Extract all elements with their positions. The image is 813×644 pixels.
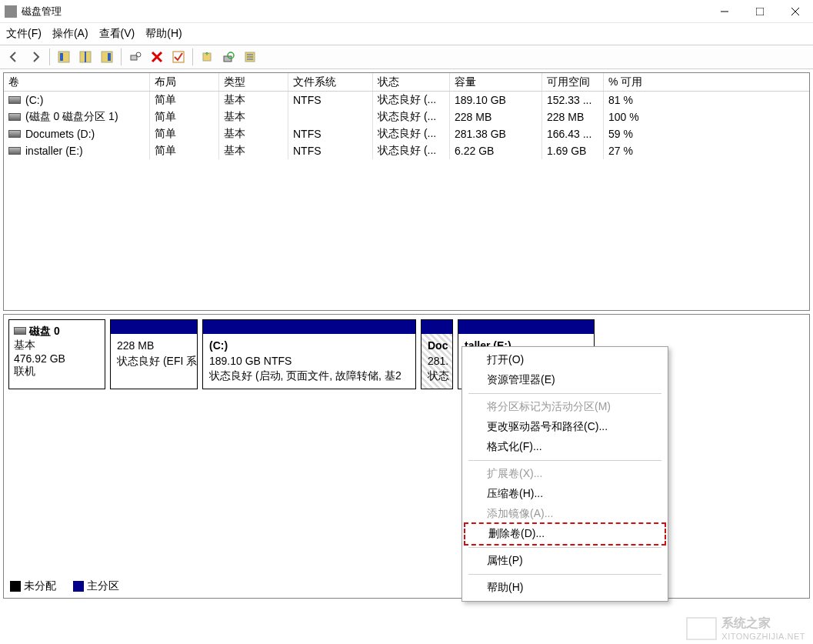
volume-type: 基本 xyxy=(219,92,288,108)
ctx-mirror: 添加镜像(A)... xyxy=(464,504,666,524)
partition-name: Doc xyxy=(428,339,446,354)
ctx-delete-volume[interactable]: 删除卷(D)... xyxy=(464,522,666,546)
col-pct[interactable]: % 可用 xyxy=(604,73,681,91)
menu-help[interactable]: 帮助(H) xyxy=(145,27,182,41)
legend: 未分配 主分区 xyxy=(10,579,119,593)
partition-status: 状态良好 (EFI 系 xyxy=(117,354,191,369)
disk-map-panel: 磁盘 0 基本 476.92 GB 联机 228 MB状态良好 (EFI 系(C… xyxy=(3,314,810,599)
volume-capacity: 189.10 GB xyxy=(450,92,542,108)
volume-pct: 27 % xyxy=(604,142,681,159)
close-button[interactable] xyxy=(778,0,813,23)
rescan-icon[interactable] xyxy=(219,48,238,66)
forward-icon[interactable] xyxy=(26,48,45,66)
ctx-help[interactable]: 帮助(H) xyxy=(464,578,666,598)
watermark: 系统之家 XITONGZHIJIA.NET xyxy=(686,616,805,641)
menu-view[interactable]: 查看(V) xyxy=(99,27,135,41)
disk-size: 476.92 GB xyxy=(14,352,100,365)
volume-fs xyxy=(288,108,373,125)
volume-name: (C:) xyxy=(25,94,43,106)
ctx-shrink[interactable]: 压缩卷(H)... xyxy=(464,484,666,504)
col-free[interactable]: 可用空间 xyxy=(542,73,604,91)
ctx-mark-active: 将分区标记为活动分区(M) xyxy=(464,397,666,417)
svg-rect-9 xyxy=(108,53,111,61)
svg-point-11 xyxy=(136,52,141,57)
volume-list-panel: 卷 布局 类型 文件系统 状态 容量 可用空间 % 可用 (C:)简单基本NTF… xyxy=(3,72,810,311)
volume-fs: NTFS xyxy=(288,92,373,108)
col-vol[interactable]: 卷 xyxy=(4,73,150,91)
title-bar: 磁盘管理 xyxy=(0,0,813,23)
layout3-icon[interactable] xyxy=(98,48,116,66)
ctx-extend: 扩展卷(X)... xyxy=(464,464,666,484)
volume-row[interactable]: Documets (D:)简单基本NTFS状态良好 (...281.38 GB1… xyxy=(4,125,809,142)
volume-icon xyxy=(8,96,21,104)
svg-rect-1 xyxy=(756,8,764,15)
maximize-button[interactable] xyxy=(742,0,778,23)
disk-name: 磁盘 0 xyxy=(29,325,60,337)
disk-label[interactable]: 磁盘 0 基本 476.92 GB 联机 xyxy=(8,319,105,389)
volume-row[interactable]: installer (E:)简单基本NTFS状态良好 (...6.22 GB1.… xyxy=(4,142,809,159)
volume-icon xyxy=(8,130,21,138)
ctx-open[interactable]: 打开(O) xyxy=(464,350,666,370)
volume-row[interactable]: (磁盘 0 磁盘分区 1)简单基本状态良好 (...228 MB228 MB10… xyxy=(4,108,809,125)
partition[interactable]: 228 MB状态良好 (EFI 系 xyxy=(110,319,198,389)
partition[interactable]: Doc281.状态 xyxy=(421,319,453,389)
col-layout[interactable]: 布局 xyxy=(150,73,219,91)
refresh-icon[interactable] xyxy=(198,48,216,66)
volume-status: 状态良好 (... xyxy=(373,125,450,142)
ctx-format[interactable]: 格式化(F)... xyxy=(464,437,666,457)
volume-name: (磁盘 0 磁盘分区 1) xyxy=(25,110,118,124)
volume-row[interactable]: (C:)简单基本NTFS状态良好 (...189.10 GB152.33 ...… xyxy=(4,92,809,108)
volume-icon xyxy=(8,113,21,121)
legend-primary: 主分区 xyxy=(87,579,119,592)
col-capacity[interactable]: 容量 xyxy=(450,73,542,91)
partition-size: 189.10 GB NTFS xyxy=(209,354,409,369)
volume-name: installer (E:) xyxy=(25,145,83,157)
volume-free: 228 MB xyxy=(542,108,604,125)
volume-layout: 简单 xyxy=(150,142,219,159)
menu-action[interactable]: 操作(A) xyxy=(52,27,88,41)
app-icon xyxy=(5,5,17,18)
ctx-change-letter[interactable]: 更改驱动器号和路径(C)... xyxy=(464,417,666,437)
volume-pct: 81 % xyxy=(604,92,681,108)
partition-status: 状态良好 (启动, 页面文件, 故障转储, 基2 xyxy=(209,369,409,384)
watermark-site: XITONGZHIJIA.NET xyxy=(721,632,805,641)
disk-kind: 基本 xyxy=(14,339,100,352)
toolbar xyxy=(0,45,813,69)
partition-size: 228 MB xyxy=(117,339,191,354)
delete-icon[interactable] xyxy=(148,48,166,66)
disk-row: 磁盘 0 基本 476.92 GB 联机 228 MB状态良好 (EFI 系(C… xyxy=(4,315,809,394)
legend-unalloc-swatch xyxy=(10,581,21,592)
legend-primary-swatch xyxy=(73,581,84,592)
ctx-properties[interactable]: 属性(P) xyxy=(464,551,666,571)
volume-pct: 59 % xyxy=(604,125,681,142)
volume-type: 基本 xyxy=(219,142,288,159)
legend-unalloc: 未分配 xyxy=(24,579,56,592)
property-icon[interactable] xyxy=(126,48,145,66)
menu-file[interactable]: 文件(F) xyxy=(6,27,42,41)
volume-layout: 简单 xyxy=(150,108,219,125)
svg-rect-10 xyxy=(131,55,137,60)
check-icon[interactable] xyxy=(169,48,188,66)
disk-state: 联机 xyxy=(14,365,100,379)
volume-layout: 简单 xyxy=(150,92,219,108)
layout2-icon[interactable] xyxy=(76,48,95,66)
list-icon[interactable] xyxy=(241,48,259,66)
back-icon[interactable] xyxy=(5,48,23,66)
svg-rect-5 xyxy=(60,53,63,61)
partition-name: (C:) xyxy=(209,339,409,354)
volume-free: 166.43 ... xyxy=(542,125,604,142)
minimize-button[interactable] xyxy=(707,0,742,23)
volume-name: Documets (D:) xyxy=(25,128,95,140)
volume-list-header: 卷 布局 类型 文件系统 状态 容量 可用空间 % 可用 xyxy=(4,73,809,92)
col-fs[interactable]: 文件系统 xyxy=(288,73,373,91)
watermark-icon xyxy=(686,617,717,640)
volume-fs: NTFS xyxy=(288,125,373,142)
ctx-explorer[interactable]: 资源管理器(E) xyxy=(464,370,666,390)
col-type[interactable]: 类型 xyxy=(219,73,288,91)
volume-fs: NTFS xyxy=(288,142,373,159)
volume-icon xyxy=(8,147,21,155)
layout1-icon[interactable] xyxy=(55,48,73,66)
col-status[interactable]: 状态 xyxy=(373,73,450,91)
volume-type: 基本 xyxy=(219,125,288,142)
partition[interactable]: (C:)189.10 GB NTFS状态良好 (启动, 页面文件, 故障转储, … xyxy=(202,319,416,389)
